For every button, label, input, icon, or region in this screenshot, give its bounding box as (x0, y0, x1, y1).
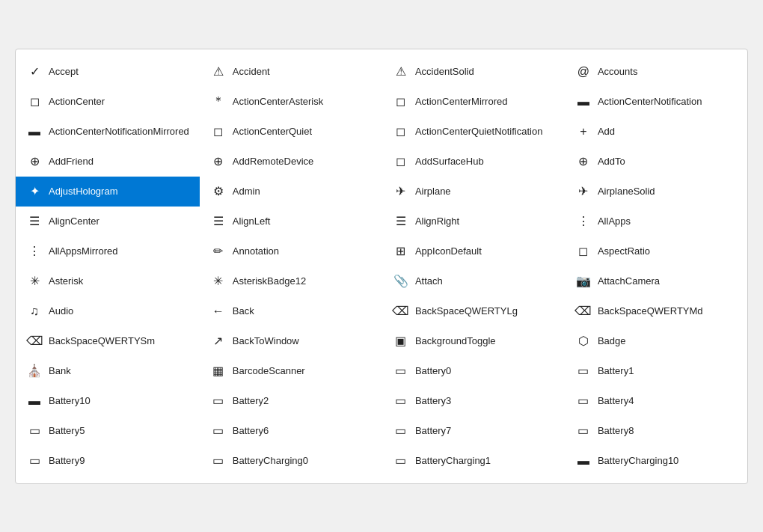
icon-item-battery8[interactable]: ▭Battery8 (565, 416, 747, 446)
attach-icon: 📎 (393, 274, 409, 288)
icon-item-bank[interactable]: ⛪Bank (16, 356, 200, 386)
icon-item-accidentsolid[interactable]: ⚠AccidentSolid (382, 57, 565, 87)
airplanesolid-label: AirplaneSolid (598, 186, 655, 197)
bank-label: Bank (49, 365, 71, 376)
icon-item-barcodescanner[interactable]: ▦BarcodeScanner (200, 356, 382, 386)
icon-item-actioncentermirrored[interactable]: ◻ActionCenterMirrored (382, 87, 565, 117)
battery0-icon: ▭ (393, 364, 409, 378)
icon-item-annotation[interactable]: ✏Annotation (200, 236, 382, 266)
batterycharging10-icon: ▬ (575, 454, 592, 468)
icon-item-allapps[interactable]: ⋮AllApps (565, 207, 747, 236)
actioncenternotificationmirrored-icon: ▬ (26, 125, 43, 138)
accounts-label: Accounts (598, 66, 637, 77)
icon-item-battery0[interactable]: ▭Battery0 (382, 356, 565, 386)
icon-item-actioncenternotification[interactable]: ▬ActionCenterNotification (565, 87, 747, 117)
icon-item-battery2[interactable]: ▭Battery2 (200, 386, 382, 416)
icon-item-actioncenterasterisk[interactable]: ＊ActionCenterAsterisk (200, 87, 382, 117)
icon-item-airplanesolid[interactable]: ✈AirplaneSolid (565, 177, 747, 207)
icon-item-allappsmirrored[interactable]: ⋮AllAppsMirrored (16, 236, 200, 266)
icon-item-battery9[interactable]: ▭Battery9 (16, 446, 200, 476)
icon-item-actioncenternotificationmirrored[interactable]: ▬ActionCenterNotificationMirrored (16, 117, 200, 147)
icon-item-attachcamera[interactable]: 📷AttachCamera (565, 266, 747, 296)
icon-item-actioncenterquiet[interactable]: ◻ActionCenterQuiet (200, 117, 382, 147)
backspaceqwertylg-icon: ⌫ (393, 304, 409, 318)
icon-item-backgroundtoggle[interactable]: ▣BackgroundToggle (382, 326, 565, 356)
icon-item-battery5[interactable]: ▭Battery5 (16, 416, 200, 446)
icon-item-appicondefault[interactable]: ⊞AppIconDefault (382, 236, 565, 266)
appicondefault-label: AppIconDefault (415, 245, 482, 257)
actioncenter-label: ActionCenter (49, 96, 105, 107)
icon-item-actioncenterquietnotification[interactable]: ◻ActionCenterQuietNotification (382, 117, 565, 147)
aspectratio-label: AspectRatio (598, 245, 650, 257)
alignright-icon: ☰ (393, 214, 409, 228)
actioncentermirrored-icon: ◻ (393, 94, 409, 108)
icon-item-battery4[interactable]: ▭Battery4 (565, 386, 747, 416)
icon-item-accident[interactable]: ⚠Accident (200, 57, 382, 87)
icon-item-badge[interactable]: ⬡Badge (565, 326, 747, 356)
icon-item-addremotedevice[interactable]: ⊕AddRemoteDevice (200, 147, 382, 177)
backgroundtoggle-icon: ▣ (393, 334, 409, 348)
icon-item-battery7[interactable]: ▭Battery7 (382, 416, 565, 446)
icon-item-airplane[interactable]: ✈Airplane (382, 177, 565, 207)
icon-item-attach[interactable]: 📎Attach (382, 266, 565, 296)
alignleft-icon: ☰ (210, 214, 227, 228)
airplane-icon: ✈ (393, 184, 409, 198)
badge-icon: ⬡ (575, 334, 592, 348)
icon-item-asteriskbadge12[interactable]: ✳AsteriskBadge12 (200, 266, 382, 296)
icon-item-aligncenter[interactable]: ☰AlignCenter (16, 207, 200, 236)
battery1-icon: ▭ (575, 364, 592, 378)
audio-icon: ♫ (26, 305, 43, 318)
aligncenter-icon: ☰ (26, 214, 43, 228)
icon-item-actioncenter[interactable]: ◻ActionCenter (16, 87, 200, 117)
accept-label: Accept (49, 66, 79, 77)
actioncenterquietnotification-icon: ◻ (393, 124, 409, 138)
icon-item-adjusthologram[interactable]: ✦AdjustHologram (16, 177, 200, 207)
icon-item-backspaceqwertylg[interactable]: ⌫BackSpaceQWERTYLg (382, 296, 565, 326)
icon-item-asterisk[interactable]: ✳Asterisk (16, 266, 200, 296)
icon-item-battery10[interactable]: ▬Battery10 (16, 386, 200, 416)
icon-item-battery1[interactable]: ▭Battery1 (565, 356, 747, 386)
backspaceqwertysm-label: BackSpaceQWERTYSm (49, 335, 155, 346)
actioncenterasterisk-label: ActionCenterAsterisk (233, 96, 323, 107)
back-icon: ← (210, 305, 227, 318)
icon-item-backtowindow[interactable]: ↗BackToWindow (200, 326, 382, 356)
icon-item-addfriend[interactable]: ⊕AddFriend (16, 147, 200, 177)
attachcamera-icon: 📷 (575, 274, 592, 288)
icon-item-battery3[interactable]: ▭Battery3 (382, 386, 565, 416)
backtowindow-icon: ↗ (210, 334, 227, 348)
icon-item-backspaceqwertysm[interactable]: ⌫BackSpaceQWERTYSm (16, 326, 200, 356)
badge-label: Badge (598, 335, 626, 346)
icon-item-battery6[interactable]: ▭Battery6 (200, 416, 382, 446)
admin-label: Admin (233, 186, 260, 197)
icon-item-admin[interactable]: ⚙Admin (200, 177, 382, 207)
icon-item-aspectratio[interactable]: ◻AspectRatio (565, 236, 747, 266)
icon-item-addto[interactable]: ⊕AddTo (565, 147, 747, 177)
battery6-label: Battery6 (233, 425, 269, 436)
icon-item-accounts[interactable]: @Accounts (565, 57, 747, 87)
addremotedevice-label: AddRemoteDevice (233, 156, 313, 167)
battery0-label: Battery0 (415, 365, 451, 376)
adjusthologram-label: AdjustHologram (49, 186, 118, 197)
icon-item-addsurfacehub[interactable]: ◻AddSurfaceHub (382, 147, 565, 177)
icon-item-batterycharging0[interactable]: ▭BatteryCharging0 (200, 446, 382, 476)
icon-item-audio[interactable]: ♫Audio (16, 296, 200, 326)
icon-item-back[interactable]: ←Back (200, 296, 382, 326)
icon-item-backspaceqwertymd[interactable]: ⌫BackSpaceQWERTYMd (565, 296, 747, 326)
aligncenter-label: AlignCenter (49, 215, 99, 227)
icon-item-batterycharging10[interactable]: ▬BatteryCharging10 (565, 446, 747, 476)
admin-icon: ⚙ (210, 184, 227, 198)
accident-icon: ⚠ (210, 64, 227, 79)
icon-item-alignright[interactable]: ☰AlignRight (382, 207, 565, 236)
audio-label: Audio (49, 305, 73, 317)
icon-item-add[interactable]: +Add (565, 117, 747, 147)
accidentsolid-label: AccidentSolid (415, 66, 474, 77)
icon-item-accept[interactable]: ✓Accept (16, 57, 200, 87)
add-label: Add (598, 126, 615, 137)
battery2-label: Battery2 (233, 395, 269, 406)
annotation-icon: ✏ (210, 244, 227, 258)
battery9-icon: ▭ (26, 453, 43, 468)
icon-item-alignleft[interactable]: ☰AlignLeft (200, 207, 382, 236)
actioncenternotification-label: ActionCenterNotification (598, 96, 702, 107)
back-label: Back (233, 305, 254, 317)
icon-item-batterycharging1[interactable]: ▭BatteryCharging1 (382, 446, 565, 476)
